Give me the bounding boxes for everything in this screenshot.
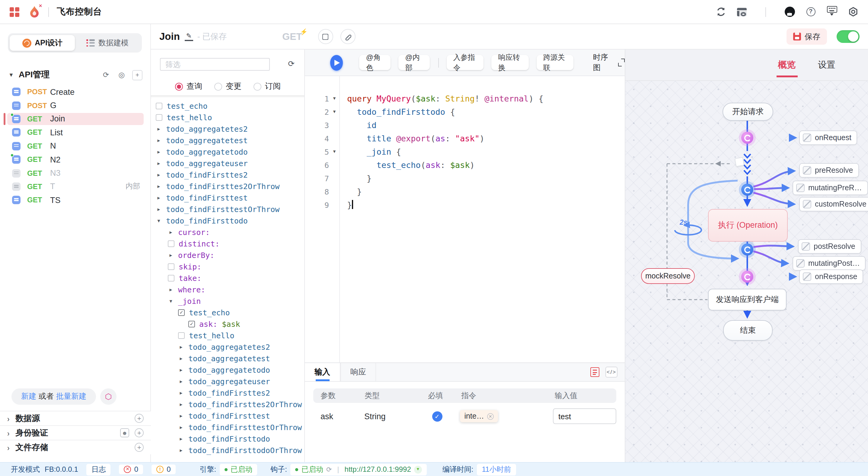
hook-refresh-icon[interactable]: ⟳	[326, 466, 332, 473]
caret-right-icon[interactable]: ▶	[178, 448, 184, 453]
api-group-header[interactable]: ▼ API管理 ⟳ ◎ ＋	[0, 68, 151, 82]
tree-item[interactable]: ▶todo_findFirsttest	[151, 410, 305, 422]
target-icon[interactable]: ◎	[117, 70, 127, 80]
input-directive-button[interactable]: 入参指令	[447, 55, 484, 70]
log-button[interactable]: 日志	[87, 464, 111, 475]
callout-preresolve[interactable]: preResolve	[799, 163, 859, 178]
section-storage[interactable]: › 文件存储 ＋	[0, 440, 151, 454]
code-line[interactable]: 1▼query MyQuery($ask: String! @internal)…	[305, 92, 625, 105]
tree-item[interactable]: ▶todo_aggregatetodo	[151, 364, 305, 376]
caret-right-icon[interactable]: ▶	[156, 207, 162, 212]
tab-settings[interactable]: 设置	[818, 49, 835, 81]
callout-onresponse[interactable]: onResponse	[799, 269, 863, 284]
tab-data-modeling[interactable]: 数据建模	[75, 35, 140, 51]
new-api-link[interactable]: 新建	[21, 391, 36, 402]
checkbox-icon[interactable]	[156, 114, 162, 121]
caret-down-icon[interactable]: ▼	[168, 298, 174, 304]
internal-directive-button[interactable]: @内部	[398, 55, 430, 70]
server-url[interactable]: http://127.0.0.1:9992	[345, 465, 411, 474]
caret-right-icon[interactable]: ▶	[156, 184, 162, 189]
start-node[interactable]: 开始请求	[722, 103, 773, 121]
edit-icon[interactable]: ✎	[185, 32, 193, 41]
tree-item[interactable]: ▶todo_findFirsttest	[151, 192, 305, 204]
caret-right-icon[interactable]: ▶	[178, 356, 184, 361]
caret-right-icon[interactable]: ▶	[178, 436, 184, 442]
add-storage-icon[interactable]: ＋	[134, 443, 144, 452]
api-item-n2[interactable]: GETN2	[0, 153, 151, 167]
add-datasource-icon[interactable]: ＋	[134, 414, 144, 423]
callout-mutatingpostresolve[interactable]: mutatingPost…	[793, 256, 866, 271]
tree-item[interactable]: ▼_join	[151, 295, 305, 307]
tree-item[interactable]: ▶todo_aggregatetes2	[151, 123, 305, 135]
tree-item[interactable]: ▶todo_findFirsttes2	[151, 169, 305, 181]
link-button[interactable]	[340, 29, 355, 44]
tree-item[interactable]: test_echo	[151, 100, 305, 112]
checkbox-icon[interactable]	[168, 240, 175, 247]
hook-node-onresponse[interactable]	[741, 271, 753, 283]
filter-input[interactable]	[160, 58, 270, 71]
api-item-ts[interactable]: GETTS	[0, 193, 151, 207]
remove-directive-icon[interactable]: ✕	[487, 413, 494, 419]
role-directive-button[interactable]: @角色	[360, 55, 391, 70]
user-icon[interactable]: ☻	[120, 428, 129, 437]
end-node[interactable]: 结束	[723, 320, 773, 341]
code-editor[interactable]: 1▼query MyQuery($ask: String! @internal)…	[305, 76, 625, 362]
tree-item[interactable]: skip:	[151, 261, 305, 272]
code-line[interactable]: 9}	[305, 198, 625, 211]
cross-source-button[interactable]: 跨源关联	[537, 55, 574, 70]
keyboard-shortcuts-icon[interactable]	[826, 6, 837, 17]
api-item-create[interactable]: POSTCreate	[0, 85, 151, 99]
caret-right-icon[interactable]: ▶	[168, 287, 174, 292]
radio-subscription[interactable]: 订阅	[253, 81, 281, 92]
app-grid-icon[interactable]	[10, 7, 19, 16]
fireboom-logo-icon[interactable]: ✕	[28, 5, 40, 19]
tree-item[interactable]: ▶todo_findFirsttodo	[151, 433, 305, 445]
code-line[interactable]: 4 title @export(as: "ask")	[305, 132, 625, 145]
caret-right-icon[interactable]: ▶	[178, 367, 184, 373]
caret-right-icon[interactable]: ▶	[156, 149, 162, 155]
fold-icon[interactable]: ▼	[329, 109, 340, 114]
tree-item[interactable]: take:	[151, 272, 305, 284]
checkbox-icon[interactable]	[168, 263, 175, 270]
caret-right-icon[interactable]: ▶	[178, 390, 184, 396]
tree-item[interactable]: ▶todo_findFirsttodoOrThrow	[151, 445, 305, 456]
tab-api-design[interactable]: API设计	[10, 35, 75, 51]
refresh-icon[interactable]: ⟳	[101, 70, 111, 80]
code-line[interactable]: 6 test_echo(ask: $ask)	[305, 158, 625, 172]
error-counter[interactable]: ✕0	[119, 465, 143, 474]
caret-right-icon[interactable]: ▶	[168, 252, 174, 258]
callout-postresolve[interactable]: postResolve	[798, 239, 861, 254]
caret-right-icon[interactable]: ▶	[156, 126, 162, 132]
caret-right-icon[interactable]: ▶	[156, 195, 162, 201]
callout-customresolve[interactable]: customResolve	[799, 197, 868, 211]
sync-icon[interactable]	[715, 6, 726, 17]
tree-item[interactable]: ▶todo_aggregateuser	[151, 158, 305, 169]
caret-right-icon[interactable]: ▶	[178, 344, 184, 350]
enable-toggle[interactable]	[837, 30, 860, 43]
api-item-t[interactable]: GETT内部	[0, 180, 151, 193]
directive-chip[interactable]: inte…✕	[460, 410, 498, 422]
caret-right-icon[interactable]: ▶	[168, 230, 174, 235]
code-line[interactable]: 3 id	[305, 118, 625, 132]
caret-right-icon[interactable]: ▶	[156, 172, 162, 178]
tree-item[interactable]: ▶todo_findFirsttes2OrThrow	[151, 399, 305, 410]
tab-response[interactable]: 响应	[340, 363, 376, 381]
tree-item[interactable]: test_hello	[151, 330, 305, 341]
radio-mutation[interactable]: 变更	[214, 81, 242, 92]
checkbox-icon[interactable]	[156, 103, 162, 109]
warning-counter[interactable]: !0	[152, 465, 175, 474]
hook-status-pill[interactable]: 已启动 ⟳ | http://127.0.0.1:9992 ▾	[291, 464, 427, 475]
add-api-icon[interactable]: ＋	[132, 70, 143, 80]
value-input[interactable]	[553, 408, 616, 424]
section-datasource[interactable]: › 数据源 ＋	[0, 411, 151, 425]
graphql-button[interactable]: ⬡	[100, 388, 117, 405]
section-auth[interactable]: › 身份验证 ☻ ＋	[0, 425, 151, 440]
tree-item[interactable]: ▶todo_findFirsttestOrThrow	[151, 422, 305, 433]
diagram-canvas[interactable]: 开始请求 2s onRequest preResolve mutatingPre…	[625, 81, 868, 462]
code-line[interactable]: 2▼ todo_findFirsttodo {	[305, 105, 625, 118]
expand-icon[interactable]	[618, 59, 625, 66]
response-transform-button[interactable]: 响应转换	[492, 55, 529, 70]
caret-right-icon[interactable]: ▶	[178, 413, 184, 419]
tree-item[interactable]: ▶todo_aggregatetodo	[151, 146, 305, 158]
caret-right-icon[interactable]: ▶	[156, 138, 162, 143]
